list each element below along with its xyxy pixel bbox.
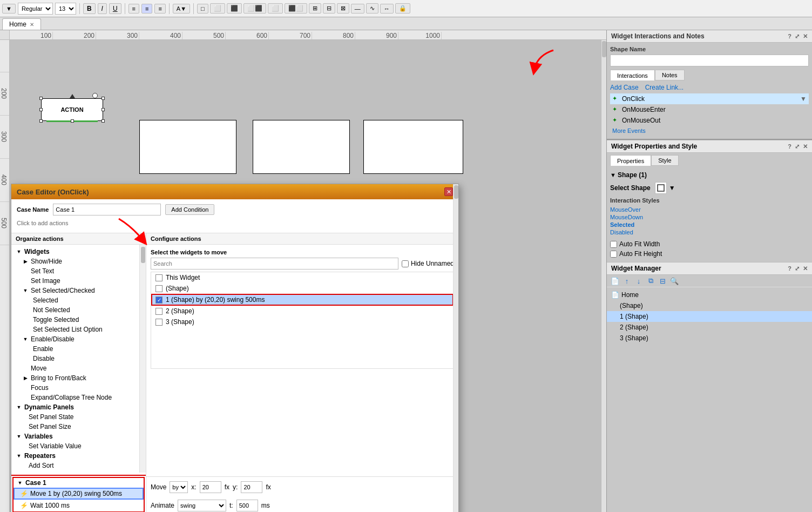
x-label: x:	[191, 483, 196, 491]
variables-expand[interactable]: ▼	[16, 433, 22, 440]
widget-shape2-label: 2 (Shape)	[166, 307, 194, 315]
tree-set-panel-size[interactable]: Set Panel Size	[24, 422, 139, 432]
widgets-expand[interactable]: ▼	[16, 248, 22, 255]
click-to-add-label: Click to add actions	[17, 220, 453, 226]
hide-unnamed-label: Hide Unnamed	[411, 260, 454, 267]
configure-col: Configure actions Select the widgets to …	[146, 233, 458, 512]
tree-set-selected-list[interactable]: Set Selected List Option	[29, 325, 139, 334]
repeaters-expand[interactable]: ▼	[16, 453, 22, 459]
widget-shape2-checkbox[interactable]	[155, 308, 163, 315]
configure-content: Select the widgets to move Hide Unnamed …	[146, 245, 458, 476]
move-action-label: Move 1 by (20,20) swing 500ms	[30, 490, 122, 497]
widget-row-this[interactable]: This Widget	[151, 272, 454, 283]
animate-row: Animate swing linear ease t: ms	[146, 497, 458, 512]
widget-row-shape-2[interactable]: 2 (Shape)	[151, 306, 454, 316]
add-condition-btn[interactable]: Add Condition	[165, 204, 214, 215]
case-editor-dialog: Case Editor (OnClick) ✕ Case Name Add Co…	[11, 184, 459, 512]
tree-set-image[interactable]: Set Image	[18, 276, 139, 286]
configure-vscrollbar-thumb[interactable]	[454, 185, 458, 199]
dialog-columns: Organize actions ▼ Widgets ▶ Show/Hide	[11, 233, 458, 512]
widget-shape1-checkbox[interactable]: ✓	[155, 297, 163, 304]
tree-set-panel-state[interactable]: Set Panel State	[24, 412, 139, 422]
case-name-input[interactable]	[53, 204, 161, 215]
case1-wait-action[interactable]: ⚡ Wait 1000 ms	[13, 500, 144, 511]
case1-actions-box: ▼ Case 1 ⚡ Move 1 by (20,20) swing 500ms…	[12, 477, 145, 512]
tree-toggle-selected[interactable]: Toggle Selected	[29, 315, 139, 325]
animate-label: Animate	[151, 502, 174, 509]
tree-set-selected[interactable]: ▼ Set Selected/Checked	[18, 286, 139, 295]
configure-col-header: Configure actions	[146, 233, 458, 245]
case1-header: ▼ Case 1	[13, 478, 144, 488]
case-name-label: Case Name	[17, 206, 49, 213]
tree-show-hide[interactable]: ▶ Show/Hide	[18, 257, 139, 266]
tree-variables-header: ▼ Variables	[11, 432, 139, 441]
tree-set-variable-value[interactable]: Set Variable Value	[24, 441, 139, 451]
widget-row-shape[interactable]: (Shape)	[151, 283, 454, 294]
organize-col-header: Organize actions	[11, 233, 146, 245]
widget-list: This Widget (Shape) ✓ 1 (Shape) by (20,2…	[151, 272, 454, 369]
tree-move[interactable]: Move	[18, 363, 139, 373]
widget-shape3-label: 3 (Shape)	[166, 318, 194, 326]
widget-shape-label: (Shape)	[166, 285, 189, 292]
move-params: Move by to x: fx y: fx	[146, 476, 458, 497]
tree-bring-front-back[interactable]: ▶ Bring to Front/Back	[18, 373, 139, 383]
dynamic-panels-expand[interactable]: ▼	[16, 404, 22, 410]
actions-tree: ▼ Widgets ▶ Show/Hide Set Text	[11, 245, 139, 473]
y-value-input[interactable]	[241, 481, 262, 493]
repeaters-children: Add Sort	[11, 461, 139, 470]
organize-scrollbar-thumb[interactable]	[141, 247, 145, 263]
dynamic-panels-children: Set Panel State Set Panel Size	[11, 412, 139, 432]
case-actions-panel: ▼ Case 1 ⚡ Move 1 by (20,20) swing 500ms…	[11, 475, 146, 512]
fx-label: fx	[225, 483, 229, 491]
widget-row-shape-3[interactable]: 3 (Shape)	[151, 316, 454, 327]
tree-set-text[interactable]: Set Text	[18, 266, 139, 276]
widgets-children: ▶ Show/Hide Set Text Set Image	[11, 257, 139, 402]
widget-this-checkbox[interactable]	[155, 274, 163, 281]
tree-add-sort[interactable]: Add Sort	[24, 461, 139, 470]
variables-children: Set Variable Value	[11, 441, 139, 451]
move-by-select[interactable]: by to	[170, 481, 188, 493]
case1-expand[interactable]: ▼	[17, 480, 23, 486]
organize-content: ▼ Widgets ▶ Show/Hide Set Text	[11, 245, 146, 473]
tree-enable-disable[interactable]: ▼ Enable/Disable	[18, 334, 139, 344]
widget-shape-checkbox[interactable]	[155, 285, 163, 292]
dialog-titlebar: Case Editor (OnClick) ✕	[11, 184, 458, 199]
wait-action-icon: ⚡	[20, 502, 28, 509]
dialog-overlay: Case Editor (OnClick) ✕ Case Name Add Co…	[0, 0, 812, 512]
widget-shape3-checkbox[interactable]	[155, 319, 163, 326]
move-action-icon: ⚡	[20, 490, 28, 497]
dialog-close-btn[interactable]: ✕	[444, 187, 453, 196]
tree-enable[interactable]: Enable	[29, 344, 139, 354]
tree-disable[interactable]: Disable	[29, 354, 139, 363]
tree-not-selected[interactable]: Not Selected	[29, 305, 139, 315]
animate-swing-select[interactable]: swing linear ease	[178, 500, 226, 511]
tree-focus[interactable]: Focus	[18, 383, 139, 393]
hide-unnamed-checkbox[interactable]	[402, 260, 409, 267]
t-label: t:	[229, 502, 233, 509]
dialog-title: Case Editor (OnClick)	[17, 188, 89, 196]
widget-search-input[interactable]	[151, 258, 398, 270]
tree-widgets-header: ▼ Widgets	[11, 247, 139, 257]
set-selected-children: Selected Not Selected Toggle Selected Se…	[18, 295, 139, 334]
tree-selected[interactable]: Selected	[29, 295, 139, 305]
organize-scrollbar[interactable]	[139, 245, 146, 473]
tree-expand-collapse[interactable]: Expand/Collapse Tree Node	[18, 393, 139, 402]
y-label: y:	[233, 483, 238, 491]
wait-action-label: Wait 1000 ms	[30, 502, 70, 509]
fy-label: fx	[266, 483, 270, 491]
ms-label: ms	[261, 502, 270, 509]
move-label: Move	[151, 483, 166, 491]
hide-unnamed-row: Hide Unnamed	[402, 260, 454, 267]
t-value-input[interactable]	[236, 500, 258, 511]
organize-col: Organize actions ▼ Widgets ▶ Show/Hide	[11, 233, 146, 512]
enable-disable-children: Enable Disable	[18, 344, 139, 363]
search-row: Hide Unnamed	[151, 258, 454, 270]
tree-repeaters-header: ▼ Repeaters	[11, 451, 139, 461]
configure-vscrollbar[interactable]	[453, 184, 458, 512]
case-name-row: Case Name Add Condition	[17, 204, 453, 215]
case1-move-action[interactable]: ⚡ Move 1 by (20,20) swing 500ms	[13, 488, 144, 500]
x-value-input[interactable]	[200, 481, 221, 493]
widget-shape1-label: 1 (Shape) by (20,20) swing 500ms	[166, 296, 265, 304]
widget-this-label: This Widget	[166, 274, 200, 281]
widget-row-shape-1[interactable]: ✓ 1 (Shape) by (20,20) swing 500ms	[151, 294, 454, 306]
